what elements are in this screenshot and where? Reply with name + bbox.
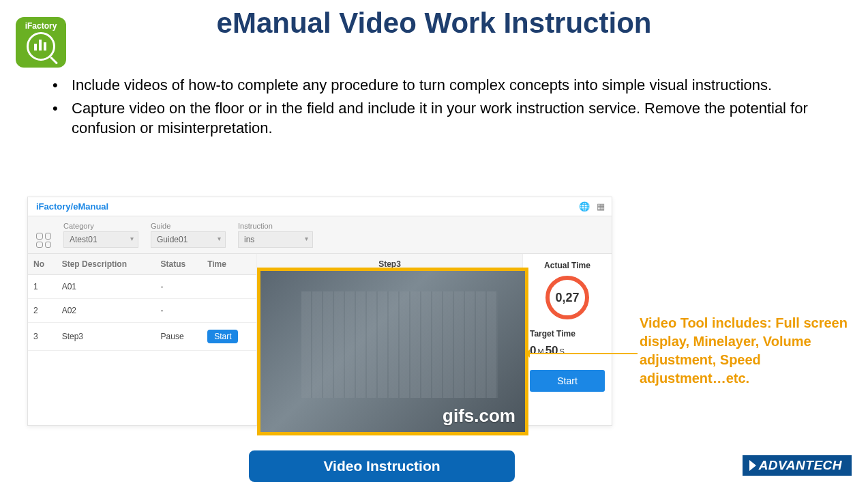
filter-bar: Category Atest01 Guide Guide01 Instructi… bbox=[28, 216, 612, 254]
col-status: Status bbox=[155, 254, 203, 275]
advantech-logo: ADVANTECH bbox=[743, 455, 852, 476]
guide-label: Guide bbox=[151, 222, 226, 230]
app-header: iFactory/eManual 🌐 ▦ bbox=[28, 197, 612, 216]
instruction-label: Instruction bbox=[238, 222, 313, 230]
bullet-item: Include videos of how-to complete any pr… bbox=[72, 75, 813, 96]
video-player[interactable]: gifs.com bbox=[257, 268, 528, 435]
grid-view-icon[interactable]: ▦ bbox=[597, 201, 603, 212]
time-panel: Actual Time 0,27 Target Time 0M50S Start bbox=[523, 254, 612, 425]
col-step: Step Description bbox=[57, 254, 155, 275]
breadcrumb-leaf: eManual bbox=[73, 201, 108, 212]
callout-arrow bbox=[528, 353, 638, 354]
category-select[interactable]: Atest01 bbox=[63, 231, 138, 248]
target-time-label: Target Time bbox=[530, 329, 605, 339]
globe-icon[interactable]: 🌐 bbox=[579, 201, 590, 212]
actual-time-label: Actual Time bbox=[530, 261, 605, 270]
layout-icon[interactable] bbox=[36, 233, 51, 248]
table-row[interactable]: 2 A02 - bbox=[28, 299, 256, 323]
page-title: eManual Video Work Instruction bbox=[0, 7, 868, 40]
breadcrumb-root: iFactory/ bbox=[36, 201, 73, 212]
start-button[interactable]: Start bbox=[530, 370, 605, 392]
bullet-item: Capture video on the floor or in the fie… bbox=[72, 98, 813, 139]
table-row[interactable]: 3 Step3 Pause Start bbox=[28, 323, 256, 351]
instruction-select[interactable]: ins bbox=[238, 231, 313, 248]
guide-select[interactable]: Guide01 bbox=[151, 231, 226, 248]
video-instruction-button[interactable]: Video Instruction bbox=[249, 450, 515, 482]
callout-text: Video Tool includes: Full screen display… bbox=[640, 314, 851, 388]
col-no: No bbox=[28, 254, 57, 275]
col-time: Time bbox=[202, 254, 256, 275]
target-time-value: 0M50S bbox=[530, 344, 605, 358]
steps-table: No Step Description Status Time 1 A01 - … bbox=[28, 254, 256, 425]
category-label: Category bbox=[63, 222, 138, 230]
video-watermark: gifs.com bbox=[443, 405, 515, 427]
breadcrumb[interactable]: iFactory/eManual bbox=[36, 201, 108, 212]
actual-time-value: 0,27 bbox=[545, 276, 589, 319]
bullet-list: Include videos of how-to complete any pr… bbox=[72, 75, 813, 141]
row-start-button[interactable]: Start bbox=[207, 330, 238, 343]
table-row[interactable]: 1 A01 - bbox=[28, 275, 256, 299]
